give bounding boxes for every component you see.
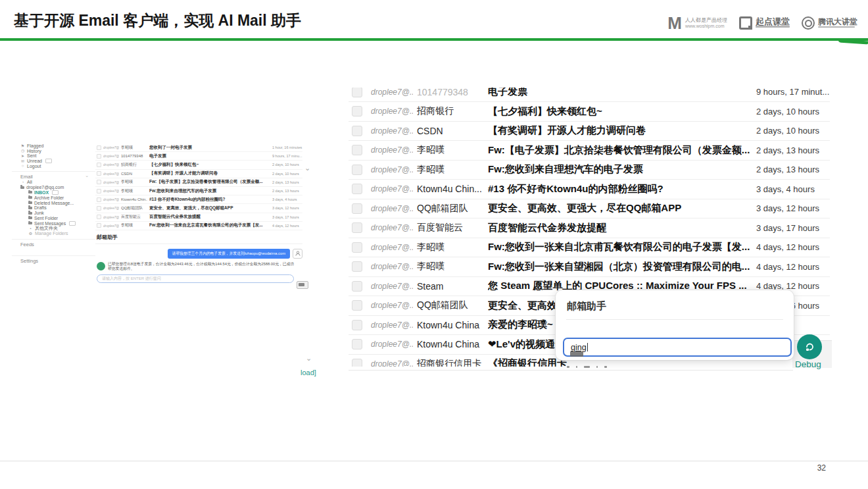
folder-label: Deleted Message... xyxy=(34,201,74,205)
row-checkbox[interactable] xyxy=(352,222,362,233)
download-link-fragment[interactable]: load] xyxy=(301,369,316,376)
row-checkbox[interactable] xyxy=(97,180,101,184)
folder-label: droplee7@qq.com xyxy=(26,185,64,190)
email-row[interactable]: droplee7@...李昭嘆Fw:您收到一张来自北京甫瓦餐饮有限公司的电子发票… xyxy=(95,222,302,230)
email-row[interactable]: droplee7@...百度智能云百度智能云代金券发放提醒3 days, 17 … xyxy=(349,219,830,238)
email-row[interactable]: droplee7@...招商银行【七夕福利】快来领红包~2 days, 10 h… xyxy=(349,102,830,122)
row-checkbox[interactable] xyxy=(352,261,362,272)
row-account: droplee7@... xyxy=(103,224,119,228)
mini-chat-input[interactable]: 请输入内容，按 ENTER 进行提问 xyxy=(97,274,294,283)
email-row[interactable]: droplee7@...CSDN【有奖调研】开源人才能力调研问卷2 days, … xyxy=(95,170,302,178)
row-time: 2 days, 10 hours xyxy=(271,163,302,167)
email-row[interactable]: droplee7@...李昭嘆您收到了一封电子发票1 hour, 16 minu… xyxy=(95,143,302,152)
folder-label: Archive Folder xyxy=(34,195,64,200)
chevron-down-icon[interactable]: ⌄ xyxy=(306,354,312,363)
email-row[interactable]: droplee7@...李昭嘆Fw:您收到一张来自北京甫瓦餐饮有限公司的电子发票… xyxy=(349,238,830,258)
sidebar-label: Logout xyxy=(27,164,41,168)
tencent-tagline-bar xyxy=(818,26,855,28)
row-checkbox[interactable] xyxy=(352,281,362,292)
sidebar-item-sent[interactable]: ➤Sent xyxy=(12,153,95,159)
sidebar-item-flagged[interactable]: ⚑Flagged xyxy=(12,143,95,149)
email-row[interactable]: droplee7@...QQ邮箱团队更安全、更高效、更强大，尽在QQ邮箱APP3… xyxy=(95,204,302,213)
row-checkbox[interactable] xyxy=(352,359,362,367)
sidebar-item-account[interactable]: droplee7@qq.com xyxy=(12,185,95,190)
email-row[interactable]: droplee7@...QQ邮箱团队更安全、更高效、更强大，尽在QQ邮箱APP3… xyxy=(349,199,830,219)
row-subject: 电子发票 xyxy=(488,88,756,98)
email-row[interactable]: droplee7@...Ktown4u Chin...#13 你不好奇Ktown… xyxy=(349,180,830,199)
sidebar-item-logout[interactable]: ○Logout xyxy=(12,163,95,168)
chevron-down-icon[interactable]: ⌄ xyxy=(304,164,310,172)
sidebar-item-drafts[interactable]: Drafts xyxy=(12,205,95,211)
row-subject: 【七夕福利】快来领红包~ xyxy=(488,105,756,118)
email-row[interactable]: droplee7@...Ktown4u Chin...#13 你不好奇Ktown… xyxy=(95,195,302,204)
sidebar-section-settings[interactable]: Settings xyxy=(12,255,95,264)
tencent-name: 腾讯大讲堂 xyxy=(818,19,857,25)
row-checkbox[interactable] xyxy=(352,300,362,311)
popup-divider xyxy=(566,319,783,320)
sidebar-item-inbox[interactable]: INBOX xyxy=(12,190,95,195)
row-checkbox[interactable] xyxy=(352,184,362,194)
email-row[interactable]: droplee7@...招商银行【七夕福利】快来领红包~2 days, 10 h… xyxy=(95,161,302,169)
row-checkbox[interactable] xyxy=(97,163,101,167)
sidebar-item-archive[interactable]: Archive Folder xyxy=(12,195,95,200)
email-row[interactable]: droplee7@...1014779348电子发票9 hours, 17 mi… xyxy=(349,88,830,102)
row-checkbox[interactable] xyxy=(352,203,362,214)
sidebar-item-sent-folder[interactable]: Sent Folder xyxy=(12,216,95,221)
sidebar-item-manage-folders[interactable]: ⚙Manage Folders xyxy=(12,231,95,236)
sidebar-item-all[interactable]: ◔All xyxy=(12,180,95,185)
row-subject: Fw:【电子发票】北京拾柒巷餐饮管理有限公司（发票金额... xyxy=(488,144,756,157)
email-row[interactable]: droplee7@...李昭嘆Fw:您收到来自理想汽车的电子发票2 days, … xyxy=(349,161,830,180)
row-checkbox[interactable] xyxy=(97,223,101,228)
row-checkbox[interactable] xyxy=(97,154,101,159)
row-checkbox[interactable] xyxy=(352,320,362,330)
assistant-text-input[interactable]: qing xyxy=(563,338,792,357)
folder-label: All xyxy=(27,180,32,184)
folder-label: Junk xyxy=(34,211,44,215)
input-value: qing xyxy=(571,343,587,352)
row-checkbox[interactable] xyxy=(97,145,101,150)
row-checkbox[interactable] xyxy=(352,126,362,136)
row-checkbox[interactable] xyxy=(352,165,362,175)
unread-badge xyxy=(45,159,52,163)
row-time: 2 days, 10 hours xyxy=(756,126,830,136)
email-row[interactable]: droplee7@...李昭嘆Fw:您收到来自理想汽车的电子发票2 days, … xyxy=(95,187,302,195)
user-avatar-icon xyxy=(293,249,302,259)
email-row[interactable]: droplee7@...李昭嘆Fw:【电子发票】北京拾柒巷餐饮管理有限公司（发票… xyxy=(349,141,830,161)
row-checkbox[interactable] xyxy=(352,88,362,97)
email-row[interactable]: droplee7@...CSDN【有奖调研】开源人才能力调研问卷2 days, … xyxy=(349,122,830,142)
clock-icon: ◔ xyxy=(20,180,25,184)
email-row[interactable]: droplee7@...李昭嘆Fw:您收到一张来自望湘园（北京）投资管理有限公司… xyxy=(349,257,830,277)
row-checkbox[interactable] xyxy=(97,206,101,211)
row-checkbox[interactable] xyxy=(97,189,101,193)
row-checkbox[interactable] xyxy=(352,339,362,349)
section-label: Settings xyxy=(20,258,38,264)
logo-woshipm: M 人人都是产品经理 www.woshipm.com xyxy=(667,16,727,30)
row-sender: 李昭嘆 xyxy=(121,188,147,194)
sidebar-section-feeds[interactable]: Feeds xyxy=(12,239,95,247)
sidebar-item-junk[interactable]: Junk xyxy=(12,211,95,216)
row-checkbox[interactable] xyxy=(352,106,362,116)
sidebar-section-email[interactable]: Email⌄ xyxy=(12,171,95,180)
row-checkbox[interactable] xyxy=(97,197,101,202)
row-account: droplee7@... xyxy=(371,165,413,174)
debug-button[interactable] xyxy=(797,334,822,359)
row-time: 2 days, 13 hours xyxy=(271,180,302,184)
row-checkbox[interactable] xyxy=(352,145,362,155)
row-checkbox[interactable] xyxy=(352,242,362,253)
email-row[interactable]: droplee7@...百度智能云百度智能云代金券发放提醒3 days, 17 … xyxy=(95,213,302,222)
sidebar-item-unread[interactable]: ✉Unread xyxy=(12,159,95,164)
row-subject: 【七夕福利】快来领红包~ xyxy=(149,162,269,168)
email-row[interactable]: droplee7@...李昭嘆Fw:【电子发票】北京拾柒巷餐饮管理有限公司（发票… xyxy=(95,178,302,187)
assistant-title: 邮箱助手 xyxy=(95,234,302,244)
email-row[interactable]: droplee7@...1014779348电子发票9 hours, 17 mi… xyxy=(95,152,302,161)
folder-icon xyxy=(28,212,32,215)
woshipm-name: 人人都是产品经理 xyxy=(685,17,727,23)
row-account: droplee7@... xyxy=(103,180,119,184)
sidebar-item-other-folders[interactable]: •其他文件夹 xyxy=(12,226,95,231)
sidebar-item-deleted[interactable]: Deleted Message... xyxy=(12,200,95,205)
row-checkbox[interactable] xyxy=(97,171,101,176)
row-subject: 【有奖调研】开源人才能力调研问卷 xyxy=(488,124,756,137)
row-subject: #13 你不好奇Ktown4u的内部粉丝圈吗? xyxy=(488,183,756,195)
sidebar-item-history[interactable]: ◷History xyxy=(12,149,95,154)
row-checkbox[interactable] xyxy=(97,215,101,219)
